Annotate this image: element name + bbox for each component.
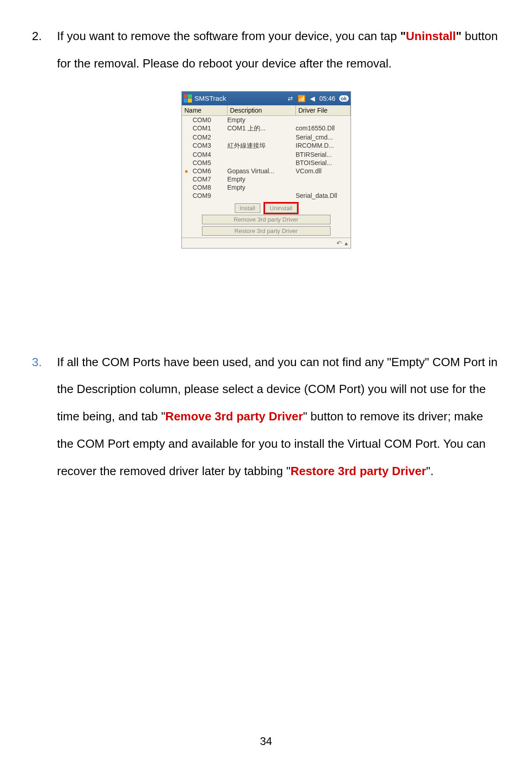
- install-button[interactable]: Install: [235, 203, 260, 213]
- list-number-3: 3.: [32, 349, 57, 376]
- item2-pre: If you want to remove the software from …: [57, 29, 400, 43]
- header-driver[interactable]: Driver File: [296, 105, 351, 115]
- restore-3rd-party-button[interactable]: Restore 3rd party Driver: [202, 226, 331, 236]
- cell-driver: [296, 184, 351, 191]
- table-row[interactable]: COM2Serial_cmd...: [182, 133, 351, 141]
- title-bar: SMSTrack ⇄ 📶 ◀ 05:46 ok: [182, 92, 351, 105]
- item3-highlight-1: Remove 3rd party Driver: [165, 409, 303, 423]
- cell-driver: Serial_cmd...: [296, 134, 351, 141]
- table-row[interactable]: COM7Empty: [182, 175, 351, 183]
- sync-icon: ⇄: [288, 95, 293, 102]
- cell-driver: IRCOMM.D...: [296, 142, 351, 150]
- ok-button[interactable]: ok: [339, 95, 349, 102]
- clock-text: 05:46: [320, 95, 336, 102]
- header-name[interactable]: Name: [182, 105, 227, 115]
- cell-driver: [296, 116, 351, 124]
- table-row[interactable]: COM3紅外線連接埠IRCOMM.D...: [182, 141, 351, 150]
- sip-up-icon[interactable]: ▴: [345, 239, 348, 247]
- cell-desc: Empty: [227, 176, 296, 183]
- cell-name: COM9: [182, 192, 227, 199]
- cell-desc: Gopass Virtual...: [227, 167, 296, 175]
- volume-icon: ◀: [310, 95, 315, 102]
- table-row[interactable]: COM6Gopass Virtual...VCom.dll: [182, 167, 351, 175]
- list-body-2: If you want to remove the software from …: [57, 23, 500, 78]
- table-row[interactable]: COM1COM1 上的...com16550.Dll: [182, 124, 351, 133]
- cell-desc: [227, 192, 296, 199]
- cell-name: COM7: [182, 176, 227, 183]
- table-row[interactable]: COM8Empty: [182, 183, 351, 192]
- cell-driver: [296, 176, 351, 183]
- cell-name: COM8: [182, 184, 227, 191]
- cell-name: COM4: [182, 151, 227, 158]
- port-rows: COM0Empty COM1COM1 上的...com16550.Dll COM…: [182, 116, 351, 200]
- cell-driver: BTIRSerial...: [296, 151, 351, 158]
- header-description[interactable]: Description: [227, 105, 296, 115]
- cell-driver: BTOISerial...: [296, 159, 351, 166]
- item2-highlight: Uninstall: [406, 29, 456, 43]
- cell-driver: com16550.Dll: [296, 124, 351, 133]
- window-title: SMSTrack: [195, 94, 284, 102]
- undo-icon[interactable]: ↶: [336, 239, 342, 247]
- cell-name: COM6: [182, 167, 227, 175]
- cell-desc: [227, 159, 296, 166]
- item2-quote-close: ": [456, 29, 461, 43]
- cell-desc: Empty: [227, 116, 296, 124]
- table-row[interactable]: COM5BTOISerial...: [182, 159, 351, 167]
- table-row[interactable]: COM0Empty: [182, 116, 351, 124]
- windows-logo-icon: [184, 94, 192, 103]
- cell-name: COM2: [182, 134, 227, 141]
- item3-part-c: ".: [426, 464, 434, 478]
- cell-name: COM1: [182, 124, 227, 133]
- list-item-2: 2. If you want to remove the software fr…: [32, 23, 500, 78]
- column-headers: Name Description Driver File: [182, 105, 351, 116]
- item2-quote-open: ": [400, 29, 406, 43]
- list-number-2: 2.: [32, 23, 57, 50]
- cell-driver: VCom.dll: [296, 167, 351, 175]
- cell-desc: Empty: [227, 184, 296, 191]
- list-item-3: 3. If all the COM Ports have been used, …: [32, 349, 500, 485]
- cell-desc: [227, 134, 296, 141]
- cell-name: COM0: [182, 116, 227, 124]
- table-row[interactable]: COM9Serial_data.Dll: [182, 192, 351, 200]
- cell-name: COM5: [182, 159, 227, 166]
- list-body-3: If all the COM Ports have been used, and…: [57, 349, 500, 485]
- page-number: 34: [0, 735, 532, 748]
- signal-icon: 📶: [298, 95, 305, 102]
- remove-3rd-party-button[interactable]: Remove 3rd party Driver: [202, 215, 331, 224]
- cell-desc: 紅外線連接埠: [227, 142, 296, 150]
- smstrack-screenshot: SMSTrack ⇄ 📶 ◀ 05:46 ok Name Description…: [181, 91, 351, 248]
- cell-name: COM3: [182, 142, 227, 150]
- cell-driver: Serial_data.Dll: [296, 192, 351, 199]
- uninstall-button[interactable]: Uninstall: [265, 203, 298, 213]
- sip-bar: ↶ ▴: [182, 238, 351, 248]
- cell-desc: [227, 151, 296, 158]
- item3-highlight-2: Restore 3rd party Driver: [290, 464, 426, 478]
- table-row[interactable]: COM4BTIRSerial...: [182, 150, 351, 159]
- cell-desc: COM1 上的...: [227, 124, 296, 133]
